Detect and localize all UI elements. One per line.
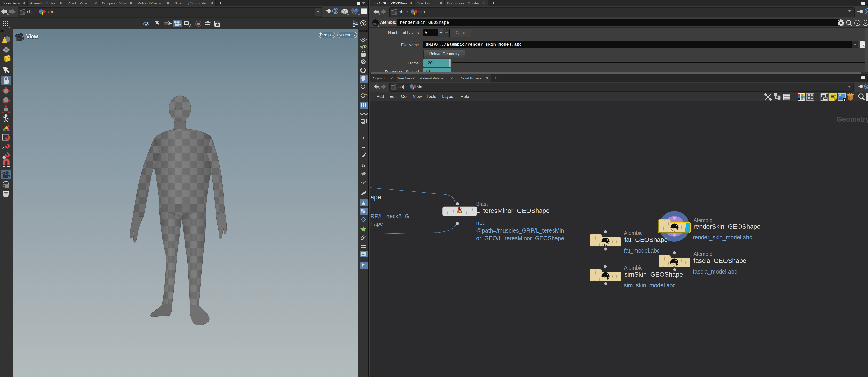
svg-text:i: i — [857, 21, 858, 25]
svg-text:?: ? — [864, 21, 867, 25]
svg-text:12: 12 — [361, 164, 366, 167]
svg-text:?: ? — [362, 21, 365, 26]
svg-text:12: 12 — [361, 181, 365, 185]
